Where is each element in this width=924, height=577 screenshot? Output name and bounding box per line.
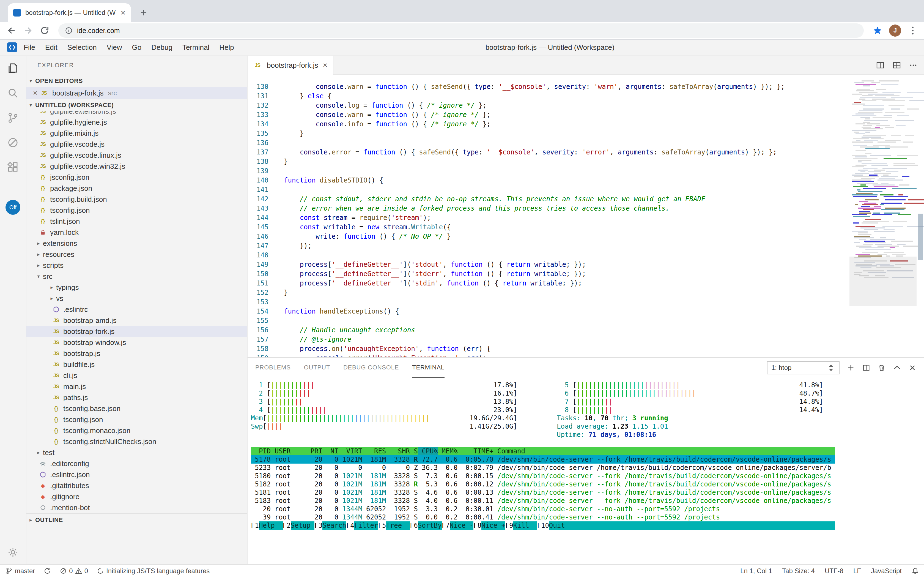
tree-item-paths.js[interactable]: JSpaths.js: [26, 392, 247, 403]
tab-debug-console[interactable]: DEBUG CONSOLE: [343, 358, 399, 378]
menu-item-selection[interactable]: Selection: [63, 43, 102, 52]
back-icon[interactable]: [6, 26, 16, 35]
tree-item-gulpfile.vscode.linux.js[interactable]: JSgulpfile.vscode.linux.js: [26, 150, 247, 161]
source-control-icon[interactable]: [6, 111, 19, 124]
search-icon[interactable]: [6, 87, 19, 100]
fkey-F5[interactable]: F5: [378, 521, 386, 530]
bookmark-star-icon[interactable]: [873, 26, 882, 35]
problems-item[interactable]: 0 0: [60, 567, 88, 575]
tree-item-package.json[interactable]: {}package.json: [26, 183, 247, 194]
fkey-F7[interactable]: F7: [442, 521, 450, 530]
forward-icon[interactable]: [23, 26, 33, 35]
minimap[interactable]: [850, 75, 917, 357]
tree-item-tsconfig.json[interactable]: {}tsconfig.json: [26, 414, 247, 425]
tree-item-.gitignore[interactable]: ◆.gitignore: [26, 491, 247, 502]
extensions-icon[interactable]: [6, 161, 19, 174]
fkey-F4[interactable]: F4: [346, 521, 354, 530]
tab-terminal[interactable]: TERMINAL: [412, 358, 445, 378]
new-tab-button[interactable]: +: [135, 5, 152, 21]
tree-item-jsconfig.json[interactable]: {}jsconfig.json: [26, 172, 247, 183]
notifications-bell-icon[interactable]: [912, 567, 919, 575]
tree-item-.gitattributes[interactable]: ◆.gitattributes: [26, 480, 247, 491]
tree-item-typings[interactable]: ▸typings: [26, 282, 247, 293]
tab-close-icon[interactable]: ×: [323, 61, 327, 70]
menu-item-view[interactable]: View: [102, 43, 127, 52]
outline-header[interactable]: ▸ OUTLINE: [26, 513, 247, 526]
minimap-slider[interactable]: [850, 256, 917, 306]
terminal-content[interactable]: 1 [||||||||||| 17.8%] 5 [|||||||||||||||…: [247, 378, 924, 564]
menu-item-file[interactable]: File: [19, 43, 40, 52]
maximize-panel-icon[interactable]: [893, 364, 901, 372]
editor-layout-icon[interactable]: [892, 61, 901, 70]
editor-tab-bootstrap-fork[interactable]: JS bootstrap-fork.js ×: [247, 56, 333, 75]
avatar[interactable]: J: [889, 24, 901, 37]
tree-item-tsconfig.strictNullChecks.json[interactable]: {}tsconfig.strictNullChecks.json: [26, 436, 247, 447]
status-item-tab-size-4[interactable]: Tab Size: 4: [782, 567, 815, 575]
fkey-label-F6[interactable]: SortBy: [418, 521, 442, 530]
status-item-javascript[interactable]: JavaScript: [871, 567, 902, 575]
tree-item-resources[interactable]: ▸resources: [26, 249, 247, 260]
fkey-F2[interactable]: F2: [283, 521, 291, 530]
tree-item-tsconfig.monaco.json[interactable]: {}tsconfig.monaco.json: [26, 425, 247, 436]
browser-tab[interactable]: bootstrap-fork.js — Untitled (W ×: [8, 3, 131, 22]
git-branch-item[interactable]: master: [5, 567, 35, 575]
menu-item-edit[interactable]: Edit: [40, 43, 63, 52]
terminal-select[interactable]: 1: htop: [767, 361, 840, 374]
fkey-F8[interactable]: F8: [473, 521, 481, 530]
tree-item-bootstrap-amd.js[interactable]: JSbootstrap-amd.js: [26, 315, 247, 326]
tab-close-icon[interactable]: ×: [121, 8, 125, 17]
fkey-label-F8[interactable]: Nice +: [481, 521, 505, 530]
fkey-F6[interactable]: F6: [410, 521, 418, 530]
settings-gear-icon[interactable]: [6, 546, 19, 559]
tree-item-tslint.json[interactable]: {}tslint.json: [26, 216, 247, 227]
explorer-icon[interactable]: [6, 62, 19, 75]
tree-item-test[interactable]: ▸test: [26, 447, 247, 458]
address-bar[interactable]: ide.coder.com: [58, 23, 864, 38]
status-item-ln-1-col-1[interactable]: Ln 1, Col 1: [740, 567, 772, 575]
menu-item-debug[interactable]: Debug: [146, 43, 177, 52]
tree-item-.editorconfig[interactable]: .editorconfig: [26, 458, 247, 469]
status-item-utf-8[interactable]: UTF-8: [825, 567, 844, 575]
fkey-label-F3[interactable]: Search: [322, 521, 346, 530]
tree-item-buildfile.js[interactable]: JSbuildfile.js: [26, 359, 247, 370]
tree-item-vs[interactable]: ▸vs: [26, 293, 247, 304]
code-editor[interactable]: 130 console.warn = function () { safeSen…: [247, 75, 924, 357]
tree-item-gulpfile.hygiene.js[interactable]: JSgulpfile.hygiene.js: [26, 117, 247, 128]
fkey-F1[interactable]: F1: [251, 521, 259, 530]
fkey-F9[interactable]: F9: [505, 521, 513, 530]
sync-item[interactable]: [44, 567, 51, 575]
tree-item-bootstrap-fork.js[interactable]: JSbootstrap-fork.js: [26, 326, 247, 337]
fkey-label-F9[interactable]: Kill: [513, 521, 537, 530]
tree-item-tsconfig.json[interactable]: {}tsconfig.json: [26, 205, 247, 216]
tree-item-scripts[interactable]: ▸scripts: [26, 260, 247, 271]
site-info-icon[interactable]: [65, 27, 72, 34]
tab-problems[interactable]: PROBLEMS: [255, 358, 291, 378]
open-editor-item[interactable]: × JS bootstrap-fork.js src: [26, 87, 247, 99]
tree-item-tsconfig.build.json[interactable]: {}tsconfig.build.json: [26, 194, 247, 205]
browser-menu-icon[interactable]: [908, 26, 918, 35]
fkey-label-F4[interactable]: Filter: [354, 521, 378, 530]
tree-item-.mention-bot[interactable]: .mention-bot: [26, 502, 247, 513]
tree-item-partial[interactable]: JS gulpfile.extensions.js: [26, 111, 247, 117]
tree-item-extensions[interactable]: ▸extensions: [26, 238, 247, 249]
more-actions-icon[interactable]: [909, 61, 918, 70]
close-panel-icon[interactable]: [908, 364, 917, 372]
fkey-label-F10[interactable]: Quit: [549, 521, 573, 530]
tree-item-bootstrap-window.js[interactable]: JSbootstrap-window.js: [26, 337, 247, 348]
status-item-lf[interactable]: LF: [853, 567, 861, 575]
editor-scrollbar-thumb[interactable]: [918, 214, 923, 260]
split-terminal-icon[interactable]: [862, 364, 870, 372]
tab-output[interactable]: OUTPUT: [304, 358, 330, 378]
menu-item-terminal[interactable]: Terminal: [177, 43, 214, 52]
tree-item-src[interactable]: ▾src: [26, 271, 247, 282]
kill-terminal-icon[interactable]: [877, 364, 886, 372]
fkey-F3[interactable]: F3: [314, 521, 322, 530]
tree-item-gulpfile.vscode.win32.js[interactable]: JSgulpfile.vscode.win32.js: [26, 161, 247, 172]
fkey-label-F5[interactable]: Tree: [386, 521, 410, 530]
menu-item-go[interactable]: Go: [127, 43, 146, 52]
new-terminal-icon[interactable]: [847, 364, 855, 372]
menu-item-help[interactable]: Help: [214, 43, 239, 52]
tree-item-yarn.lock[interactable]: yarn.lock: [26, 227, 247, 238]
tree-item-tsconfig.base.json[interactable]: {}tsconfig.base.json: [26, 403, 247, 414]
tree-item-.eslintrc[interactable]: .eslintrc: [26, 304, 247, 315]
